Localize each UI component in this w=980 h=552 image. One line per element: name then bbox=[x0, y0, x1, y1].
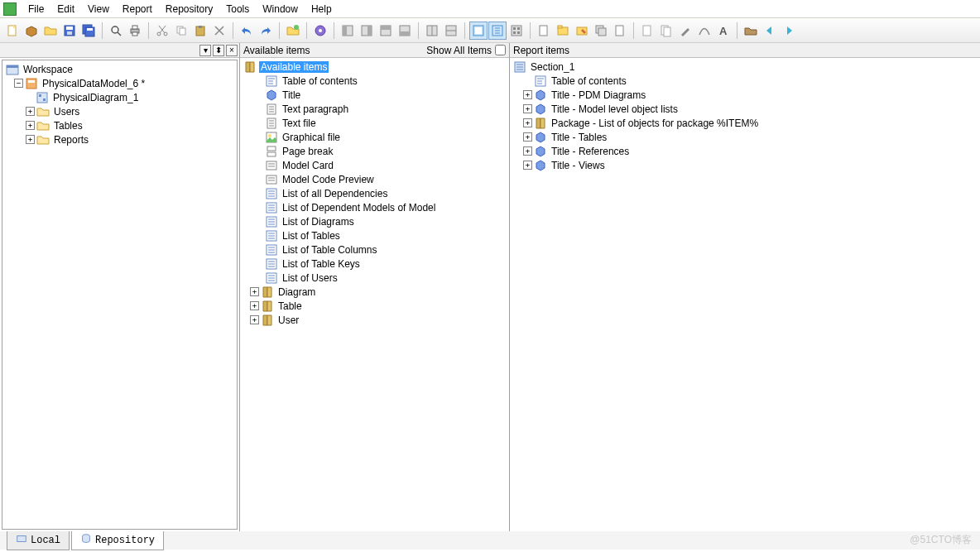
diagram-node[interactable]: PhysicalDiagram_1 bbox=[4, 90, 235, 104]
properties-icon[interactable] bbox=[311, 22, 329, 40]
open-folder-icon[interactable] bbox=[41, 22, 60, 40]
report-item[interactable]: Table of contents bbox=[512, 74, 978, 88]
report-item[interactable]: +Title - Views bbox=[512, 158, 978, 172]
pkg-edit-icon[interactable] bbox=[573, 22, 591, 40]
new-icon[interactable] bbox=[3, 22, 22, 40]
curve-icon[interactable] bbox=[695, 22, 713, 40]
pen-icon[interactable] bbox=[676, 22, 694, 40]
tables-folder[interactable]: + Tables bbox=[4, 118, 235, 132]
expander-icon[interactable]: + bbox=[26, 135, 35, 144]
report-item[interactable]: +Package - List of objects for package %… bbox=[512, 116, 978, 130]
docs-icon[interactable] bbox=[657, 22, 675, 40]
cut-icon[interactable] bbox=[153, 22, 171, 40]
doc-icon[interactable] bbox=[638, 22, 656, 40]
expander-icon[interactable]: − bbox=[14, 79, 23, 88]
menu-edit[interactable]: Edit bbox=[50, 1, 81, 17]
panel-pin-icon[interactable]: ⬍ bbox=[213, 45, 224, 56]
new-item-icon[interactable] bbox=[535, 22, 553, 40]
layout1-icon[interactable] bbox=[339, 22, 357, 40]
available-item[interactable]: Title bbox=[242, 88, 507, 102]
delete-icon[interactable] bbox=[210, 22, 228, 40]
available-item[interactable]: List of Table Columns bbox=[242, 242, 507, 257]
find-icon[interactable] bbox=[107, 22, 125, 40]
expander-icon[interactable]: + bbox=[250, 287, 259, 296]
expander-icon[interactable]: + bbox=[523, 90, 532, 99]
open-box-icon[interactable] bbox=[22, 22, 41, 40]
arrow-right-icon[interactable] bbox=[780, 22, 798, 40]
menu-repository[interactable]: Repository bbox=[159, 1, 219, 17]
expander-icon[interactable]: + bbox=[250, 315, 259, 324]
available-item[interactable]: List of Tables bbox=[242, 228, 507, 242]
stamp-icon[interactable] bbox=[742, 22, 760, 40]
layout3-icon[interactable] bbox=[377, 22, 395, 40]
report-item[interactable]: +Title - Model level object lists bbox=[512, 102, 978, 116]
paste-icon[interactable] bbox=[191, 22, 209, 40]
expander-icon[interactable]: + bbox=[523, 104, 532, 113]
layout7-icon[interactable] bbox=[469, 22, 488, 40]
menu-view[interactable]: View bbox=[81, 1, 116, 17]
menu-tools[interactable]: Tools bbox=[219, 1, 256, 17]
menu-report[interactable]: Report bbox=[116, 1, 159, 17]
panel-dropdown-icon[interactable]: ▾ bbox=[199, 45, 211, 56]
print-icon[interactable] bbox=[126, 22, 144, 40]
report-tree[interactable]: Section_1 Table of contents+Title - PDM … bbox=[510, 58, 980, 531]
available-item[interactable]: Page break bbox=[242, 144, 507, 158]
arrow-left-icon[interactable] bbox=[761, 22, 779, 40]
layout4-icon[interactable] bbox=[396, 22, 414, 40]
available-root[interactable]: Available items bbox=[242, 60, 507, 74]
available-item[interactable]: Text paragraph bbox=[242, 102, 507, 116]
expander-icon[interactable]: + bbox=[523, 146, 532, 156]
pkg-copy-icon[interactable] bbox=[592, 22, 610, 40]
layout6-icon[interactable] bbox=[442, 22, 460, 40]
show-all-checkbox[interactable] bbox=[495, 45, 506, 55]
available-item[interactable]: Model Card bbox=[242, 158, 507, 172]
layout8-icon[interactable] bbox=[488, 22, 507, 40]
model-node[interactable]: − PhysicalDataModel_6 * bbox=[4, 76, 235, 90]
workspace-tree[interactable]: Workspace − PhysicalDataModel_6 * Physic… bbox=[2, 60, 238, 530]
panel-close-icon[interactable]: × bbox=[226, 45, 238, 56]
report-item[interactable]: +Title - PDM Diagrams bbox=[512, 88, 978, 102]
expander-icon[interactable]: + bbox=[523, 132, 532, 142]
menu-file[interactable]: File bbox=[22, 1, 50, 17]
menu-help[interactable]: Help bbox=[305, 1, 339, 17]
available-diagram[interactable]: + Diagram bbox=[242, 285, 507, 299]
menu-window[interactable]: Window bbox=[256, 1, 305, 17]
save-icon[interactable] bbox=[60, 22, 79, 40]
section-root[interactable]: Section_1 bbox=[512, 60, 978, 74]
save-all-icon[interactable] bbox=[79, 22, 98, 40]
copy-icon[interactable] bbox=[172, 22, 190, 40]
repository-tab[interactable]: Repository bbox=[71, 531, 164, 550]
available-item[interactable]: List of Table Keys bbox=[242, 257, 507, 271]
expander-icon[interactable]: + bbox=[523, 118, 532, 127]
available-tree[interactable]: Available items Table of contentsTitleTe… bbox=[240, 58, 509, 531]
expander-icon[interactable]: + bbox=[26, 121, 35, 130]
redo-icon[interactable] bbox=[257, 22, 275, 40]
report-item[interactable]: +Title - References bbox=[512, 144, 978, 158]
layout2-icon[interactable] bbox=[358, 22, 376, 40]
available-table[interactable]: + Table bbox=[242, 299, 507, 313]
available-item[interactable]: List of Diagrams bbox=[242, 214, 507, 228]
reports-folder[interactable]: + Reports bbox=[4, 132, 235, 146]
available-item[interactable]: Model Code Preview bbox=[242, 172, 507, 186]
available-item[interactable]: List of all Dependencies bbox=[242, 186, 507, 200]
layout9-icon[interactable] bbox=[507, 22, 526, 40]
page-icon[interactable] bbox=[611, 22, 629, 40]
available-item[interactable]: List of Users bbox=[242, 271, 507, 285]
expander-icon[interactable]: + bbox=[250, 301, 259, 310]
available-user[interactable]: + User bbox=[242, 313, 507, 327]
available-item[interactable]: Text file bbox=[242, 116, 507, 130]
pkg-yellow-icon[interactable] bbox=[554, 22, 572, 40]
users-folder[interactable]: + Users bbox=[4, 104, 235, 118]
report-item[interactable]: +Title - Tables bbox=[512, 130, 978, 144]
available-item[interactable]: Table of contents bbox=[242, 74, 507, 88]
workspace-root[interactable]: Workspace bbox=[4, 62, 235, 76]
expander-icon[interactable]: + bbox=[523, 161, 532, 170]
available-item[interactable]: Graphical file bbox=[242, 130, 507, 144]
expander-icon[interactable]: + bbox=[26, 107, 35, 116]
local-tab[interactable]: Local bbox=[7, 531, 70, 550]
layout5-icon[interactable] bbox=[423, 22, 441, 40]
undo-icon[interactable] bbox=[238, 22, 256, 40]
available-item[interactable]: List of Dependent Models of Model bbox=[242, 200, 507, 214]
new-report-folder-icon[interactable] bbox=[284, 22, 302, 40]
text-a-icon[interactable]: A bbox=[714, 22, 733, 40]
